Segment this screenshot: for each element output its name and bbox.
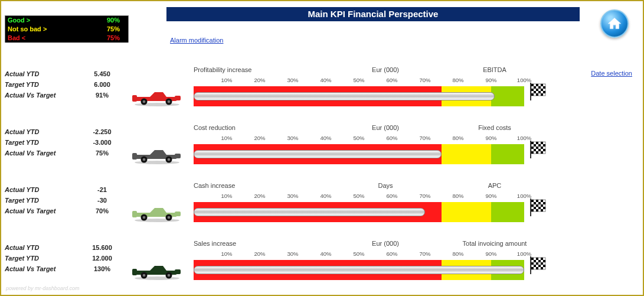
actual-ytd-label: Actual YTD bbox=[5, 126, 39, 137]
svg-point-7 bbox=[168, 100, 171, 103]
svg-point-5 bbox=[143, 100, 146, 103]
tick-label: 10% bbox=[221, 77, 232, 83]
svg-rect-42 bbox=[536, 147, 538, 149]
tick-label: 60% bbox=[386, 135, 397, 141]
tick-label: 70% bbox=[419, 251, 430, 257]
axis-ticks: 10%20%30%40%50%60%70%80%90%100% bbox=[194, 251, 524, 259]
actual-vs-target-value: 75% bbox=[81, 148, 123, 158]
svg-rect-11 bbox=[536, 84, 538, 86]
svg-rect-71 bbox=[543, 207, 545, 209]
kpi-desc: APC bbox=[430, 182, 560, 191]
actual-ytd-label: Actual YTD bbox=[5, 184, 39, 195]
tick-label: 30% bbox=[287, 251, 298, 257]
kpi-row: Actual YTD-21 Target YTD-30 Actual Vs Ta… bbox=[5, 180, 636, 235]
svg-rect-74 bbox=[541, 209, 543, 212]
tick-label: 80% bbox=[452, 135, 463, 141]
legend-box: Good > 90% Not so bad > 75% Bad < 75% bbox=[5, 15, 129, 43]
svg-rect-16 bbox=[531, 89, 534, 91]
svg-rect-70 bbox=[538, 207, 541, 209]
svg-rect-3 bbox=[175, 96, 181, 100]
target-ytd-value: -3.000 bbox=[81, 137, 123, 148]
checkered-flag-icon bbox=[528, 141, 549, 158]
race-car-icon bbox=[131, 206, 183, 222]
svg-rect-14 bbox=[538, 86, 541, 89]
svg-rect-93 bbox=[541, 262, 543, 265]
tick-label: 40% bbox=[320, 251, 331, 257]
target-ytd-label: Target YTD bbox=[5, 137, 39, 148]
tick-label: 10% bbox=[221, 135, 232, 141]
tick-label: 40% bbox=[320, 77, 331, 83]
legend-nsb-label: Not so bad > bbox=[5, 25, 88, 34]
svg-rect-21 bbox=[543, 91, 545, 93]
tick-label: 70% bbox=[419, 193, 430, 199]
svg-rect-92 bbox=[536, 262, 538, 265]
svg-rect-37 bbox=[541, 142, 543, 144]
tick-label: 60% bbox=[386, 77, 397, 83]
actual-vs-target-value: 91% bbox=[81, 90, 123, 100]
tick-label: 80% bbox=[452, 251, 463, 257]
race-car-icon bbox=[131, 148, 183, 164]
target-ytd-value: 12.000 bbox=[81, 253, 123, 264]
svg-rect-40 bbox=[543, 144, 545, 147]
actual-vs-target-label: Actual Vs Target bbox=[5, 148, 55, 158]
svg-rect-2 bbox=[132, 95, 137, 102]
actual-ytd-label: Actual YTD bbox=[5, 242, 39, 253]
kpi-track bbox=[194, 86, 524, 106]
target-ytd-label: Target YTD bbox=[5, 79, 39, 90]
svg-rect-18 bbox=[541, 89, 543, 91]
checkered-flag-icon bbox=[528, 199, 549, 216]
svg-rect-62 bbox=[541, 200, 543, 202]
svg-rect-68 bbox=[541, 204, 543, 207]
svg-rect-15 bbox=[543, 86, 545, 89]
tick-label: 90% bbox=[485, 193, 496, 199]
kpi-row: Actual YTD-2.250 Target YTD-3.000 Actual… bbox=[5, 122, 636, 177]
svg-rect-27 bbox=[132, 153, 137, 160]
actual-ytd-value: 5.450 bbox=[81, 69, 123, 79]
checkered-flag-icon bbox=[528, 256, 549, 274]
target-ytd-label: Target YTD bbox=[5, 253, 39, 264]
svg-rect-48 bbox=[536, 151, 538, 154]
actual-vs-target-label: Actual Vs Target bbox=[5, 90, 55, 100]
tick-label: 30% bbox=[287, 77, 298, 83]
tick-label: 90% bbox=[485, 77, 496, 83]
tick-label: 70% bbox=[419, 135, 430, 141]
kpi-unit: Eur (000) bbox=[341, 124, 430, 134]
svg-point-82 bbox=[168, 274, 171, 277]
svg-rect-90 bbox=[543, 260, 545, 262]
tick-label: 40% bbox=[320, 135, 331, 141]
checkered-flag-icon bbox=[528, 83, 549, 100]
kpi-unit: Days bbox=[341, 182, 430, 191]
svg-rect-35 bbox=[531, 142, 534, 144]
tick-label: 90% bbox=[485, 251, 496, 257]
svg-rect-47 bbox=[531, 151, 534, 154]
home-icon bbox=[607, 16, 622, 31]
kpi-desc: Fixed costs bbox=[430, 124, 560, 134]
tick-label: 10% bbox=[221, 251, 232, 257]
tick-label: 20% bbox=[254, 251, 265, 257]
legend-bad-value: 75% bbox=[88, 34, 123, 43]
kpi-track bbox=[194, 144, 524, 164]
legend-bad-label: Bad < bbox=[5, 34, 88, 43]
tick-label: 30% bbox=[287, 135, 298, 141]
svg-rect-64 bbox=[538, 202, 541, 204]
kpi-name: Cost reduction bbox=[194, 124, 341, 134]
home-button[interactable] bbox=[600, 9, 629, 38]
tick-label: 60% bbox=[386, 251, 397, 257]
kpi-row: Actual YTD5.450 Target YTD6.000 Actual V… bbox=[5, 64, 636, 119]
actual-ytd-value: -2.250 bbox=[81, 126, 123, 137]
svg-rect-20 bbox=[538, 91, 541, 93]
svg-rect-73 bbox=[536, 209, 538, 212]
svg-rect-61 bbox=[536, 200, 538, 202]
svg-rect-24 bbox=[541, 93, 543, 96]
svg-rect-65 bbox=[543, 202, 545, 204]
svg-rect-22 bbox=[531, 93, 534, 96]
tick-label: 10% bbox=[221, 193, 232, 199]
target-ytd-value: -30 bbox=[81, 195, 123, 206]
kpi-row: Actual YTD15.600 Target YTD12.000 Actual… bbox=[5, 238, 636, 293]
tick-label: 80% bbox=[452, 193, 463, 199]
alarm-modification-link[interactable]: Alarm modification bbox=[170, 37, 223, 44]
tick-label: 50% bbox=[353, 251, 364, 257]
tick-label: 70% bbox=[419, 77, 430, 83]
svg-rect-85 bbox=[531, 258, 534, 260]
svg-rect-17 bbox=[536, 89, 538, 91]
